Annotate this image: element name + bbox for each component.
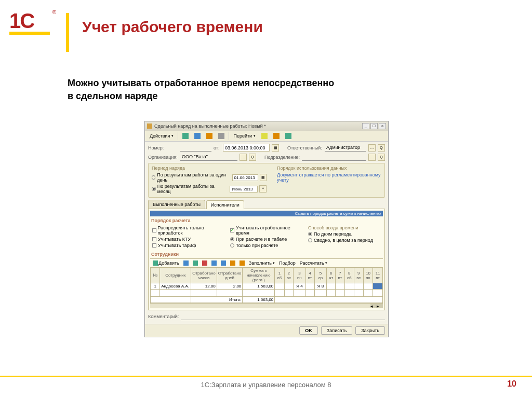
window-titlebar[interactable]: Сдельный наряд на выполненные работы: Но… bbox=[145, 121, 388, 131]
col-num[interactable]: № bbox=[151, 268, 160, 283]
table-row[interactable]: 1 Андреева А.А. 12,00 2,00 1 563,00 Я 4 … bbox=[151, 283, 383, 290]
toolbar-icon-5[interactable] bbox=[259, 132, 270, 140]
slide-title: Учет рабочего времени bbox=[82, 18, 263, 36]
grid-select-button[interactable]: Подбор bbox=[277, 260, 297, 266]
employees-header: Сотрудники bbox=[151, 252, 383, 257]
division-label: Подразделение: bbox=[264, 155, 300, 160]
calc-tabel-radio[interactable] bbox=[230, 237, 234, 241]
close-button[interactable]: × bbox=[379, 123, 386, 129]
col-sum[interactable]: Сумма к начислению (регл.) bbox=[243, 268, 275, 283]
day-11[interactable]: 11вт bbox=[373, 268, 383, 283]
toolbar-new-icon[interactable] bbox=[180, 132, 191, 140]
day-4[interactable]: 4вт bbox=[305, 268, 314, 283]
comment-label: Комментарий: bbox=[148, 314, 179, 319]
slide-subtitle: Можно учитывать отработанное время непос… bbox=[68, 77, 334, 103]
calc-order-header: Порядок расчета bbox=[151, 218, 383, 223]
period-month-radio[interactable] bbox=[152, 187, 156, 191]
distribute-check[interactable] bbox=[152, 228, 156, 232]
window-icon bbox=[147, 123, 152, 129]
window-title: Сдельный наряд на выполненные работы: Но… bbox=[154, 123, 361, 129]
app-window: Сдельный наряд на выполненные работы: Но… bbox=[144, 121, 389, 337]
number-label: Номер: bbox=[148, 145, 178, 150]
minimize-button[interactable]: _ bbox=[362, 123, 369, 129]
grid-down-icon[interactable] bbox=[219, 260, 228, 266]
employees-table[interactable]: № Сотрудник Отработано часов Отработано … bbox=[150, 267, 383, 303]
period-day-input[interactable]: 01.06.2013 bbox=[232, 174, 259, 181]
division-select-icon[interactable]: … bbox=[368, 154, 376, 161]
grid-fill-button[interactable]: Заполнить bbox=[247, 260, 276, 266]
number-input[interactable] bbox=[180, 144, 211, 152]
table-empty-row[interactable] bbox=[151, 290, 383, 297]
grid-sort2-icon[interactable] bbox=[238, 260, 246, 266]
ok-button[interactable]: OK bbox=[299, 326, 318, 335]
period-month-input[interactable]: Июнь 2013 bbox=[230, 186, 258, 193]
toolbar-icon-7[interactable] bbox=[283, 132, 294, 140]
period-day-label: По результатам работы за один день bbox=[157, 172, 229, 183]
grid-add-button[interactable]: Добавить bbox=[151, 260, 181, 266]
date-picker-icon[interactable]: ▦ bbox=[272, 144, 279, 152]
responsible-open-icon[interactable]: Q bbox=[378, 144, 385, 152]
grid-copy-icon[interactable] bbox=[182, 260, 190, 266]
org-label: Организация: bbox=[148, 155, 178, 160]
tariff-check[interactable] bbox=[152, 243, 156, 248]
col-days[interactable]: Отработано дней bbox=[217, 268, 243, 283]
grid-calc-button[interactable]: Рассчитать bbox=[298, 260, 329, 266]
save-button[interactable]: Записать bbox=[321, 326, 352, 335]
col-employee[interactable]: Сотрудник bbox=[160, 268, 191, 283]
org-input[interactable]: ООО "База" bbox=[180, 153, 237, 161]
period-day-picker-icon[interactable]: ▦ bbox=[260, 174, 267, 181]
day-8[interactable]: 8сб bbox=[344, 268, 354, 283]
responsible-select-icon[interactable]: … bbox=[368, 144, 376, 152]
slide-footer: 1С:Зарплата и управление персоналом 8 bbox=[0, 376, 532, 389]
goto-menu[interactable]: Перейти bbox=[231, 132, 258, 140]
grid-delete-icon[interactable] bbox=[201, 260, 209, 266]
day-1[interactable]: 1сб bbox=[275, 268, 284, 283]
usage-group-title: Порядок использования данных bbox=[277, 166, 381, 171]
day-5[interactable]: 5ср bbox=[314, 268, 326, 283]
toolbar-refresh-icon[interactable] bbox=[204, 132, 215, 140]
responsible-label: Ответственный: bbox=[287, 145, 323, 150]
maximize-button[interactable]: □ bbox=[370, 123, 378, 129]
close-form-button[interactable]: Закрыть bbox=[355, 326, 385, 335]
toolbar-save-icon[interactable] bbox=[192, 132, 203, 140]
main-toolbar: Действия Перейти bbox=[145, 131, 388, 142]
day-7[interactable]: 7пт bbox=[336, 268, 344, 283]
period-group-title: Период наряда bbox=[152, 166, 267, 171]
ktu-check[interactable] bbox=[152, 237, 156, 241]
summary-radio[interactable] bbox=[308, 238, 312, 242]
division-open-icon[interactable]: Q bbox=[378, 154, 385, 161]
comment-input[interactable] bbox=[181, 312, 385, 320]
logo: 1С® bbox=[9, 9, 50, 35]
by-days-radio[interactable] bbox=[308, 232, 312, 236]
day-3[interactable]: 3пн bbox=[294, 268, 305, 283]
table-total-row: Итого: 1 563,00 bbox=[151, 297, 383, 303]
from-label: от: bbox=[214, 145, 221, 150]
period-month-label: По результатам работы за месяц bbox=[157, 184, 227, 194]
grid-up-icon[interactable] bbox=[210, 260, 218, 266]
worked-time-check[interactable] bbox=[230, 228, 234, 232]
title-accent bbox=[66, 13, 69, 52]
day-9[interactable]: 9вс bbox=[354, 268, 363, 283]
toolbar-icon-6[interactable] bbox=[271, 132, 282, 140]
hide-calc-bar[interactable]: Скрыть порядок расчета сумм к начислению bbox=[150, 211, 383, 216]
org-open-icon[interactable]: Q bbox=[249, 154, 256, 161]
actions-menu[interactable]: Действия bbox=[147, 132, 176, 140]
tab-performers[interactable]: Исполнители bbox=[206, 200, 244, 209]
usage-link[interactable]: Документ отражается по регламентированно… bbox=[277, 172, 381, 183]
tab-works[interactable]: Выполненные работы bbox=[148, 200, 205, 209]
responsible-input[interactable]: Администратор bbox=[325, 144, 366, 152]
day-6[interactable]: 6чт bbox=[327, 268, 336, 283]
day-2[interactable]: 2вс bbox=[284, 268, 294, 283]
time-mode-title: Способ ввода времени bbox=[308, 225, 381, 230]
org-select-icon[interactable]: … bbox=[240, 154, 247, 161]
col-hours[interactable]: Отработано часов bbox=[191, 268, 217, 283]
day-10[interactable]: 10пн bbox=[363, 268, 373, 283]
toolbar-doc-icon[interactable] bbox=[216, 132, 227, 140]
date-input[interactable]: 03.06.2013 0:00:00 bbox=[223, 144, 270, 152]
period-day-radio[interactable] bbox=[152, 175, 155, 180]
calc-only-radio[interactable] bbox=[230, 243, 234, 248]
division-input[interactable] bbox=[302, 153, 366, 161]
period-month-spinner-icon[interactable]: ÷ bbox=[259, 185, 267, 193]
grid-edit-icon[interactable] bbox=[191, 260, 200, 266]
grid-sort-icon[interactable] bbox=[229, 260, 237, 266]
